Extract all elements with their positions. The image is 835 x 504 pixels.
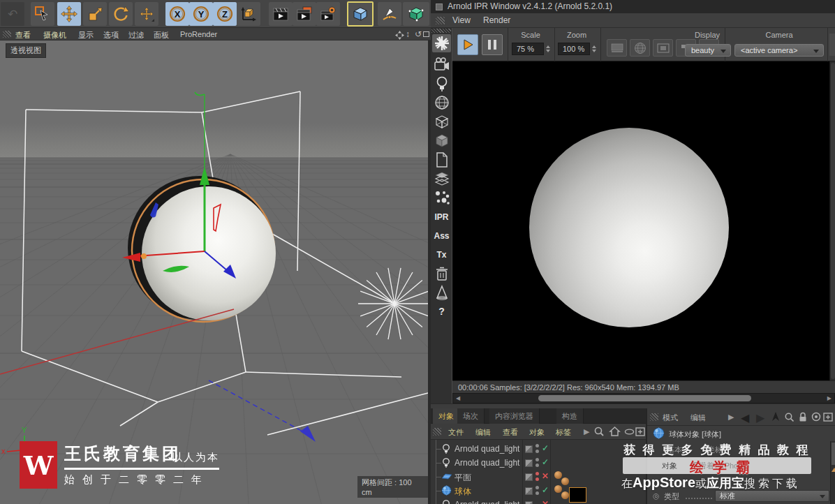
ipr-pause-button[interactable] (482, 34, 503, 55)
coordinate-system-icon[interactable] (237, 2, 260, 26)
object-row-quad-light-2[interactable]: Arnold quad_light ✓ (431, 456, 646, 470)
ipr-menu-view[interactable]: View (452, 15, 471, 25)
lock-x-axis-button[interactable]: X (165, 2, 189, 26)
scroll-up-icon[interactable] (832, 468, 835, 472)
scroll-right-icon[interactable]: ▶ (827, 395, 832, 401)
region-render-icon[interactable] (653, 39, 673, 57)
menu-prorender[interactable]: ProRender (180, 30, 217, 38)
arnold-light-icon[interactable] (432, 75, 451, 93)
om-home-icon[interactable] (609, 426, 621, 438)
tab-coordinates[interactable]: 坐标 (707, 445, 723, 455)
attribute-scrollbar[interactable] (830, 441, 835, 504)
pen-spline-icon[interactable] (378, 2, 401, 26)
om-menu-file[interactable]: 文件 (448, 427, 464, 438)
arnold-ass-export-button[interactable]: Ass (432, 227, 451, 245)
am-menu-mode[interactable]: 模式 (663, 413, 678, 423)
layer-color-icon[interactable] (525, 473, 533, 481)
layer-color-icon[interactable] (525, 487, 533, 495)
live-selection-icon[interactable] (31, 2, 54, 26)
om-menu-objects[interactable]: 对象 (529, 427, 545, 438)
layer-color-icon[interactable] (525, 459, 533, 467)
arnold-camera-icon[interactable] (432, 56, 451, 74)
object-name[interactable]: Arnold quad_light (455, 458, 519, 468)
menu-camera[interactable]: 摄像机 (43, 30, 66, 40)
menubar-grip[interactable] (3, 31, 11, 38)
scroll-left-icon[interactable]: ◀ (456, 395, 460, 401)
menu-filter[interactable]: 过滤 (128, 30, 144, 40)
palette-grip[interactable] (431, 29, 451, 33)
tab-content-browser[interactable]: 内容浏览器 (489, 408, 540, 424)
object-name[interactable]: Arnold quad_light (455, 500, 519, 504)
ipr-menu-render[interactable]: Render (483, 15, 510, 25)
menu-options[interactable]: 选项 (103, 30, 119, 40)
tab-basic[interactable]: 基本 (667, 445, 682, 455)
arnold-sun-light-icon[interactable] (432, 34, 451, 52)
render-settings-icon[interactable] (316, 2, 340, 26)
lock-z-axis-button[interactable]: Z (213, 2, 237, 26)
ipr-vertical-scrollbar[interactable] (829, 61, 835, 380)
object-row-sphere[interactable]: 球体 ✓ (431, 484, 646, 498)
tab-objects[interactable]: 对象 (433, 408, 460, 424)
ipr-menubar-grip[interactable] (436, 17, 445, 24)
om-menu-tags[interactable]: 标签 (556, 427, 571, 438)
menu-view[interactable]: 查看 (15, 30, 31, 40)
am-menu-more-icon[interactable]: ▶ (728, 413, 734, 422)
arnold-license-icon[interactable] (432, 283, 451, 302)
undo-icon[interactable]: ↶ (1, 2, 24, 26)
arnold-operator-graph-icon[interactable] (432, 151, 451, 169)
scrollbar-handle[interactable] (832, 443, 835, 465)
visibility-dots[interactable] (535, 486, 539, 497)
camera-dropdown[interactable]: <active camera> (734, 44, 824, 57)
menu-display[interactable]: 显示 (78, 30, 94, 40)
ipr-render-view[interactable] (452, 61, 829, 380)
nav-arrow-icon[interactable] (770, 411, 781, 424)
tab-takes[interactable]: 场次 (457, 408, 485, 424)
add-cube-primitive-icon[interactable] (347, 1, 374, 27)
visibility-dots[interactable] (535, 472, 539, 483)
om-search-icon[interactable] (593, 426, 605, 438)
type-dropdown[interactable]: 标准 (715, 490, 829, 502)
arnold-sky-icon[interactable] (432, 94, 451, 112)
om-menu-more-icon[interactable]: ▶ (584, 427, 589, 436)
layer-color-icon[interactable] (525, 445, 533, 453)
zoom-value-field[interactable]: 100 % (558, 43, 590, 55)
visibility-dots[interactable] (535, 458, 539, 469)
enable-check-icon[interactable]: ✓ (542, 457, 549, 467)
arnold-procedural-icon[interactable] (432, 112, 451, 131)
om-menu-edit[interactable]: 编辑 (475, 427, 491, 438)
zoom-stepper[interactable] (591, 43, 597, 55)
tab-structure[interactable]: 构造 (556, 408, 584, 424)
om-add-object-icon[interactable] (635, 426, 646, 438)
enable-cross-icon[interactable]: ✕ (542, 499, 549, 504)
lock-y-axis-button[interactable]: Y (189, 2, 213, 26)
visibility-dots[interactable] (535, 444, 539, 455)
scale-tool-icon[interactable] (83, 2, 107, 26)
arnold-tx-manager-button[interactable]: Tx (432, 246, 451, 264)
am-menu-edit[interactable]: 编辑 (690, 413, 706, 423)
add-deformer-icon[interactable] (403, 2, 429, 26)
am-add-icon[interactable] (823, 411, 834, 423)
viewport-dolly-icon[interactable]: ↕ (406, 29, 410, 39)
arnold-tag-icon[interactable] (554, 471, 562, 479)
object-name[interactable]: 球体 (455, 486, 471, 498)
arnold-flush-cache-icon[interactable] (432, 265, 451, 283)
tab-object[interactable]: 对象 (662, 461, 677, 471)
object-row-quad-light-1[interactable]: Arnold quad_light ✓ (431, 442, 646, 456)
scale-value-field[interactable]: 75 % (512, 43, 544, 55)
om-menu-view[interactable]: 查看 (503, 427, 518, 438)
enable-check-icon[interactable]: ✓ (542, 443, 549, 453)
lock-icon[interactable] (798, 411, 808, 424)
am-search-icon[interactable] (784, 412, 795, 424)
arnold-tag-icon[interactable] (554, 485, 562, 493)
scale-stepper[interactable] (545, 43, 551, 55)
focus-target-icon[interactable] (811, 412, 821, 423)
render-view-icon[interactable] (269, 2, 293, 26)
history-forward-icon[interactable]: ▶ (756, 411, 764, 424)
perspective-viewport[interactable]: Y x 透视视图 网格间距 : 100 cm W 王氏教育集团 以人为本 始创于… (0, 40, 428, 504)
om-menubar-grip[interactable] (433, 428, 441, 436)
arnold-noise-icon[interactable] (432, 188, 451, 207)
skydome-icon[interactable] (630, 39, 650, 57)
ipr-titlebar[interactable]: Arnold IPR Window v2.4.1.2 (Arnold 5.2.0… (431, 0, 835, 13)
move-tool-icon[interactable] (57, 2, 81, 26)
menu-panel[interactable]: 面板 (154, 30, 169, 40)
